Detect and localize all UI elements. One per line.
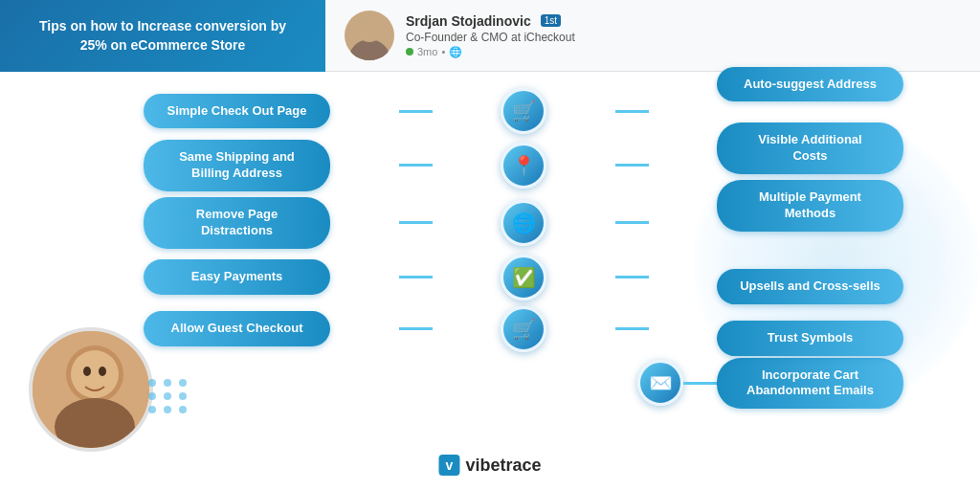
connector-right-5: [615, 327, 649, 330]
header-banner: Tips on how to Increase conversion by 25…: [0, 0, 325, 72]
banner-title: Tips on how to Increase conversion by 25…: [39, 17, 286, 55]
icon-cart2: 🛒: [501, 306, 546, 352]
left-item-2: Same Shipping and Billing Address: [144, 140, 330, 191]
connector-left-3: [399, 221, 433, 224]
row-3: Remove Page Distractions 🌐 Multiple Paym…: [144, 197, 903, 249]
icon-email: ✉️: [637, 360, 683, 406]
icon-cart: 🛒: [501, 88, 546, 134]
main-content: Simple Check Out Page 🛒 Auto-suggest Add…: [0, 72, 980, 490]
icon-globe: 🌐: [501, 200, 546, 246]
left-item-5: Allow Guest Checkout: [144, 311, 330, 346]
diagram-area: Simple Check Out Page 🛒 Auto-suggest Add…: [144, 77, 903, 437]
avatar: [345, 11, 394, 60]
profile-name: Srdjan Stojadinovic: [406, 13, 531, 29]
online-indicator: [406, 48, 413, 56]
right-item-5: Trust Symbols: [717, 321, 903, 356]
profile-badge: 1st: [541, 14, 561, 27]
profile-meta: 3mo • 🌐: [406, 46, 575, 58]
connector-right-2: [615, 164, 649, 167]
left-item-3: Remove Page Distractions: [144, 197, 330, 249]
right-item-2: Visible Additional Costs: [717, 122, 903, 174]
svg-point-7: [99, 367, 106, 376]
profile-title: Co-Founder & CMO at iCheckout: [406, 31, 575, 44]
connector-left-2: [399, 164, 433, 167]
row-5: Allow Guest Checkout 🛒 Trust Symbols: [144, 306, 903, 352]
connector-right-3: [615, 221, 649, 224]
row-6-extra: ✉️ Incorporate Cart Abandonment Emails: [144, 358, 903, 410]
left-item-1: Simple Check Out Page: [144, 94, 330, 129]
profile-section: Srdjan Stojadinovic 1st Co-Founder & CMO…: [325, 0, 980, 72]
profile-info: Srdjan Stojadinovic 1st Co-Founder & CMO…: [406, 13, 575, 58]
connector-left-4: [399, 276, 433, 278]
connector-right-4: [615, 276, 649, 278]
vibetrace-icon: [438, 455, 459, 476]
right-item-6: Incorporate Cart Abandonment Emails: [717, 358, 903, 410]
right-item-3: Multiple Payment Methods: [717, 180, 903, 232]
vibetrace-text: vibetrace: [465, 456, 541, 476]
svg-point-6: [83, 367, 91, 376]
svg-point-1: [357, 17, 382, 42]
right-item-1: Auto-suggest Address: [717, 67, 903, 102]
profile-photo-large: [29, 327, 153, 452]
vibetrace-logo: vibetrace: [438, 455, 541, 476]
left-item-4: Easy Payments: [144, 259, 330, 295]
connector-left-5: [399, 327, 433, 330]
connector-left-1: [399, 110, 433, 113]
right-item-4: Upsells and Cross-sells: [717, 269, 903, 304]
icon-pin: 📍: [501, 143, 546, 189]
row-4: Easy Payments ✅ Upsells and Cross-sells: [144, 255, 903, 301]
icon-check: ✅: [501, 255, 546, 301]
connector-right-6: [683, 382, 717, 385]
connector-right-1: [615, 110, 649, 113]
